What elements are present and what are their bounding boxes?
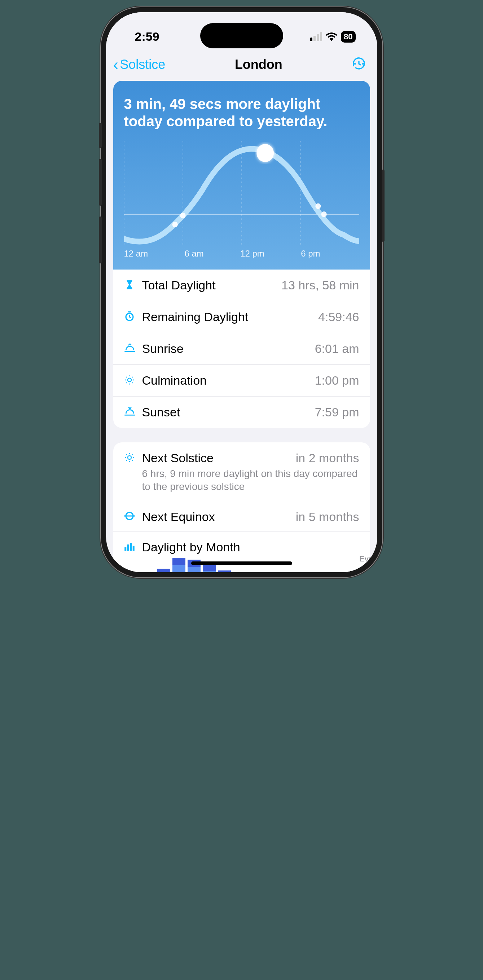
event-value: in 5 months (296, 510, 359, 524)
sunrise-icon (124, 343, 142, 355)
nav-bar: ‹ Solstice London (106, 52, 377, 81)
time-travel-button[interactable] (352, 57, 366, 73)
event-daylight-by-month[interactable]: Daylight by Month Evening (113, 531, 370, 572)
volume-down-button (99, 216, 102, 263)
svg-rect-17 (127, 544, 129, 551)
screen: 2:59 80 ‹ Solstice L (106, 12, 377, 572)
tick-12pm: 12 pm (240, 248, 264, 259)
stat-label: Remaining Daylight (142, 310, 318, 324)
stat-label: Culmination (142, 374, 315, 388)
stat-label: Sunset (142, 405, 315, 419)
event-next-equinox[interactable]: Next Equinox in 5 months (113, 501, 370, 531)
sun-marker (256, 144, 274, 162)
stats-card: Total Daylight 13 hrs, 58 min Remaining … (113, 269, 370, 428)
sun-icon (124, 374, 142, 387)
equinox-icon (124, 511, 142, 523)
sun-path-chart[interactable] (124, 141, 359, 263)
status-icons: 80 (310, 31, 355, 43)
event-value: in 2 months (296, 451, 359, 465)
timer-icon (124, 311, 142, 323)
svg-rect-16 (124, 547, 126, 551)
event-title: Next Equinox (142, 510, 296, 524)
svg-point-13 (128, 456, 131, 459)
stat-value: 6:01 am (315, 342, 359, 356)
sunset-icon (124, 406, 142, 418)
stat-label: Sunrise (142, 342, 315, 356)
svg-point-8 (321, 212, 326, 217)
stat-culmination[interactable]: Culmination 1:00 pm (113, 365, 370, 396)
chart-x-labels: 12 am 6 am 12 pm 6 pm . (124, 248, 359, 262)
sun-icon (124, 452, 142, 465)
phone-frame: 2:59 80 ‹ Solstice L (101, 7, 382, 578)
event-title: Next Solstice (142, 451, 296, 465)
dynamic-island (200, 23, 283, 48)
stat-label: Total Daylight (142, 278, 282, 292)
tick-12am: 12 am (124, 248, 148, 259)
page-title: London (235, 57, 283, 72)
stat-remaining-daylight[interactable]: Remaining Daylight 4:59:46 (113, 301, 370, 333)
battery-indicator: 80 (341, 31, 355, 43)
chevron-left-icon: ‹ (113, 56, 119, 73)
cellular-signal-icon (310, 32, 322, 41)
stat-sunrise[interactable]: Sunrise 6:01 am (113, 333, 370, 365)
event-subtitle: 6 hrs, 9 min more daylight on this day c… (142, 467, 359, 493)
tick-6pm: 6 pm (301, 248, 320, 259)
back-button[interactable]: ‹ Solstice (113, 56, 165, 73)
stat-value: 1:00 pm (315, 374, 359, 388)
event-next-solstice[interactable]: Next Solstice in 2 months 6 hrs, 9 min m… (113, 442, 370, 501)
battery-level: 80 (344, 32, 353, 41)
svg-rect-18 (130, 542, 132, 551)
status-time: 2:59 (135, 30, 159, 44)
stat-total-daylight[interactable]: Total Daylight 13 hrs, 58 min (113, 269, 370, 301)
content-scroll[interactable]: 3 min, 49 secs more daylight today compa… (106, 81, 377, 572)
svg-point-6 (180, 213, 186, 218)
bar-chart-icon (124, 542, 142, 552)
stat-sunset[interactable]: Sunset 7:59 pm (113, 396, 370, 428)
hourglass-icon (124, 279, 142, 291)
home-indicator[interactable] (191, 562, 292, 565)
svg-point-7 (315, 203, 321, 209)
tick-6am: 6 am (185, 248, 204, 259)
stat-value: 4:59:46 (318, 310, 359, 324)
hero-headline: 3 min, 49 secs more daylight today compa… (124, 95, 359, 130)
svg-point-11 (128, 378, 131, 382)
wifi-icon (326, 32, 337, 41)
events-card: Next Solstice in 2 months 6 hrs, 9 min m… (113, 442, 370, 572)
power-button (381, 170, 384, 242)
volume-up-button (99, 159, 102, 206)
month-chart-label: Evening (359, 554, 377, 563)
svg-rect-19 (132, 546, 134, 551)
stat-value: 7:59 pm (315, 405, 359, 419)
svg-point-5 (172, 221, 178, 228)
mute-switch (99, 123, 102, 148)
stat-value: 13 hrs, 58 min (281, 278, 359, 292)
hero-card: 3 min, 49 secs more daylight today compa… (113, 81, 370, 269)
back-label: Solstice (120, 57, 165, 72)
event-title: Daylight by Month (142, 540, 359, 554)
